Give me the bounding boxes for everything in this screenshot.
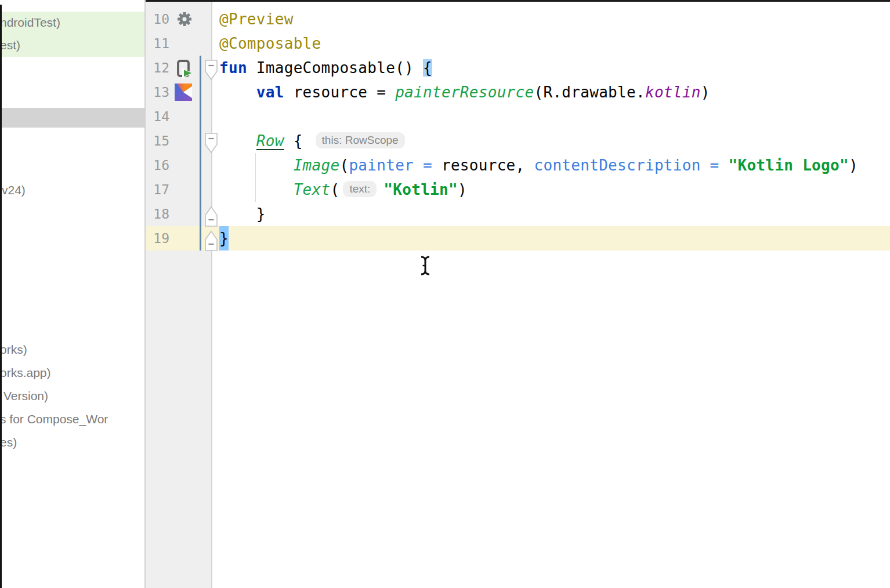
run-preview-icon[interactable] bbox=[175, 59, 194, 81]
gear-icon[interactable] bbox=[176, 11, 193, 30]
project-tree-panel: ndroidTest) est) (v24) orks) orks.app) V… bbox=[0, 0, 145, 588]
code-token: ) bbox=[849, 157, 858, 174]
code-token: Row bbox=[256, 132, 284, 150]
tree-item-androidtest[interactable]: ndroidTest) bbox=[0, 11, 145, 34]
code-line-13[interactable]: val resource = painterResource(R.drawabl… bbox=[219, 80, 710, 104]
code-token: contentDescription = bbox=[534, 157, 728, 174]
code-token: ) bbox=[701, 84, 710, 101]
code-token: ( bbox=[330, 181, 339, 198]
text-cursor-icon bbox=[419, 255, 432, 278]
fold-start-icon[interactable] bbox=[205, 133, 218, 154]
code-token: } bbox=[219, 226, 229, 251]
code-token: @Composable bbox=[219, 35, 321, 52]
fold-start-icon[interactable] bbox=[205, 60, 218, 81]
tree-item-version[interactable]: Version) bbox=[3, 384, 145, 408]
code-line-12[interactable]: fun ImageComposable() { bbox=[219, 56, 432, 80]
vcs-change-stripe[interactable] bbox=[200, 56, 201, 251]
code-token: ImageComposable() bbox=[247, 59, 423, 77]
fold-end-icon[interactable] bbox=[205, 230, 218, 251]
code-token: { bbox=[284, 132, 312, 150]
code-token: @Preview bbox=[219, 10, 294, 28]
code-token bbox=[219, 157, 294, 174]
line-number: 15 bbox=[146, 129, 169, 153]
code-token: "Kotlin" bbox=[384, 181, 458, 198]
line-number: 17 bbox=[146, 177, 169, 202]
code-token: ) bbox=[458, 181, 467, 198]
code-token bbox=[219, 181, 294, 198]
current-line-highlight bbox=[146, 226, 890, 251]
code-token: } bbox=[219, 205, 266, 223]
line-number: 12 bbox=[146, 56, 169, 80]
code-token: val bbox=[256, 84, 284, 101]
code-token: { bbox=[423, 59, 432, 77]
tree-item-test[interactable]: est) bbox=[0, 34, 145, 56]
ide-window: ndroidTest) est) (v24) orks) orks.app) V… bbox=[0, 0, 890, 588]
tree-selected-row[interactable] bbox=[0, 108, 145, 128]
line-number: 19 bbox=[146, 226, 169, 251]
code-token: Image bbox=[294, 157, 340, 174]
tree-item-works[interactable]: orks) bbox=[0, 338, 145, 361]
code-line-17[interactable]: Text(text:"Kotlin") bbox=[219, 177, 467, 202]
line-number: 18 bbox=[146, 202, 169, 226]
code-token: painter = bbox=[349, 157, 442, 174]
code-line-19[interactable]: } bbox=[219, 226, 229, 251]
tree-item-proguard-rules[interactable]: s for Compose_Wor bbox=[0, 408, 145, 431]
tree-item-es[interactable]: es) bbox=[0, 431, 145, 454]
gutter-border bbox=[211, 2, 212, 588]
code-line-16[interactable]: Image(painter = resource, contentDescrip… bbox=[219, 153, 858, 177]
code-line-18[interactable]: } bbox=[219, 202, 266, 226]
code-token: painterResource bbox=[395, 84, 534, 101]
code-token: resource = bbox=[284, 84, 395, 101]
kotlin-logo-icon bbox=[175, 84, 192, 101]
line-number: 16 bbox=[146, 153, 169, 177]
code-line-10[interactable]: @Preview bbox=[219, 7, 294, 31]
tree-item-works-app[interactable]: orks.app) bbox=[0, 361, 145, 384]
code-token: ( bbox=[339, 157, 349, 174]
code-token: resource, bbox=[442, 157, 534, 174]
inlay-hint[interactable]: this: RowScope bbox=[316, 132, 405, 148]
code-token: kotlin bbox=[645, 84, 701, 101]
code-token: fun bbox=[219, 59, 247, 77]
window-left-edge bbox=[0, 5, 2, 588]
line-number: 14 bbox=[146, 104, 169, 129]
line-number: 11 bbox=[146, 31, 169, 56]
fold-end-icon[interactable] bbox=[205, 206, 218, 227]
code-token bbox=[219, 84, 256, 101]
line-number: 13 bbox=[146, 80, 169, 104]
code-token: "Kotlin Logo" bbox=[729, 157, 849, 174]
code-line-15[interactable]: Row { this: RowScope bbox=[219, 129, 408, 153]
tree-item-v24[interactable]: (v24) bbox=[0, 179, 143, 202]
window-top-edge bbox=[146, 0, 890, 2]
code-token bbox=[219, 132, 256, 150]
code-token: Text bbox=[294, 181, 331, 198]
inlay-hint[interactable]: text: bbox=[343, 181, 377, 197]
code-token: (R.drawable. bbox=[534, 84, 645, 101]
line-number: 10 bbox=[146, 7, 169, 31]
code-line-11[interactable]: @Composable bbox=[219, 31, 321, 56]
